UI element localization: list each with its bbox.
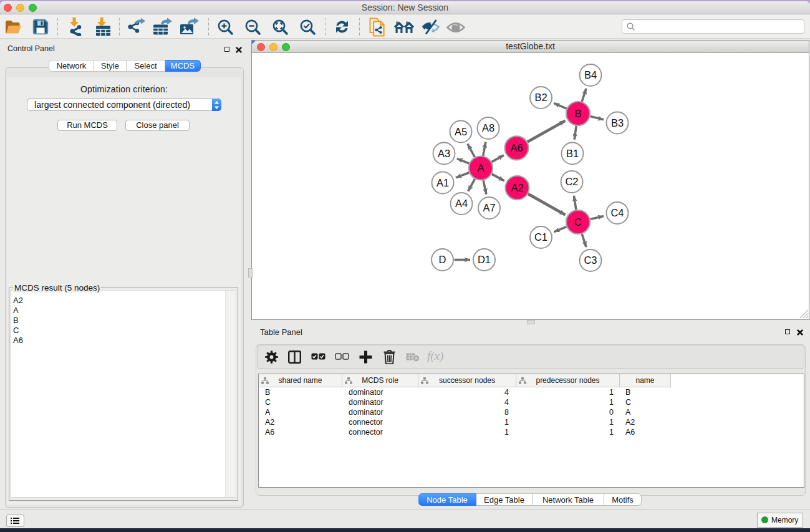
- svg-text:B2: B2: [534, 92, 547, 103]
- svg-text:B: B: [574, 108, 581, 119]
- svg-text:A4: A4: [455, 198, 468, 209]
- svg-text:C4: C4: [610, 207, 624, 218]
- svg-text:D1: D1: [478, 254, 491, 265]
- svg-text:B3: B3: [611, 117, 624, 128]
- svg-text:A1: A1: [436, 177, 449, 188]
- svg-text:A7: A7: [483, 202, 495, 213]
- svg-text:A8: A8: [482, 122, 494, 133]
- svg-text:A2: A2: [511, 182, 523, 193]
- svg-text:A3: A3: [438, 148, 450, 159]
- svg-text:C: C: [574, 216, 582, 228]
- svg-text:B4: B4: [584, 69, 597, 80]
- svg-text:A6: A6: [510, 142, 523, 153]
- svg-text:D: D: [439, 254, 446, 265]
- svg-text:A: A: [477, 162, 484, 173]
- svg-text:B1: B1: [566, 148, 579, 159]
- svg-text:C1: C1: [534, 231, 547, 243]
- svg-text:C2: C2: [565, 176, 578, 187]
- svg-text:C3: C3: [584, 254, 597, 266]
- svg-text:A5: A5: [455, 126, 467, 137]
